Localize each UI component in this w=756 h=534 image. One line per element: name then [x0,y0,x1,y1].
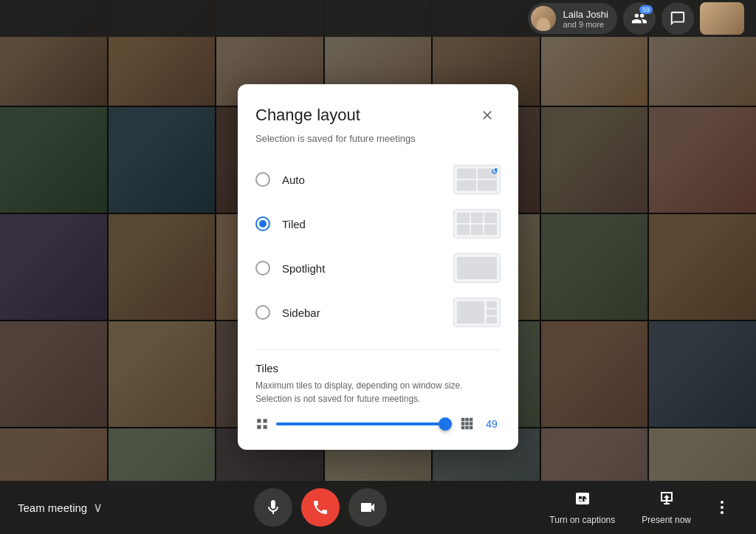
layout-label-spotlight: Spotlight [282,262,325,275]
radio-auto [255,172,270,187]
layout-option-sidebar-left: Sidebar [255,305,320,320]
dialog-header: Change layout [255,102,501,129]
layout-option-tiled-left: Tiled [255,216,306,231]
layout-label-tiled: Tiled [282,218,306,230]
tiles-slider-row: 49 [255,416,501,432]
tiles-title: Tiles [255,362,501,374]
layout-icon-sidebar [453,298,501,327]
layout-option-spotlight-left: Spotlight [255,261,325,275]
tiles-description: Maximum tiles to display, depending on w… [255,379,501,405]
layout-option-spotlight[interactable]: Spotlight [255,246,501,290]
radio-spotlight [255,261,270,275]
layout-options-list: Auto ↺ Tiled [255,157,501,335]
tiles-value: 49 [483,418,501,430]
close-icon [480,108,495,123]
dialog-close-button[interactable] [474,102,501,129]
layout-option-auto[interactable]: Auto ↺ [255,157,501,202]
radio-inner-tiled [259,220,267,227]
grid-large-icon [459,416,475,432]
dialog-subtitle: Selection is saved for future meetings [255,133,501,144]
grid-small-icon [255,417,269,431]
layout-option-tiled[interactable]: Tiled [255,202,501,246]
tiles-section: Tiles Maximum tiles to display, dependin… [255,349,501,432]
change-layout-dialog: Change layout Selection is saved for fut… [238,84,518,450]
layout-icon-tiled [453,209,501,239]
layout-label-auto: Auto [282,174,305,186]
layout-option-sidebar[interactable]: Sidebar [255,290,501,335]
modal-overlay: Change layout Selection is saved for fut… [0,0,756,534]
tiles-slider-container [276,417,452,431]
layout-label-sidebar: Sidebar [282,307,320,319]
layout-option-auto-left: Auto [255,172,305,187]
radio-tiled [255,216,270,231]
dialog-title: Change layout [255,106,360,125]
layout-icon-spotlight [453,253,501,283]
layout-icon-auto: ↺ [453,165,501,194]
radio-sidebar [255,305,270,320]
